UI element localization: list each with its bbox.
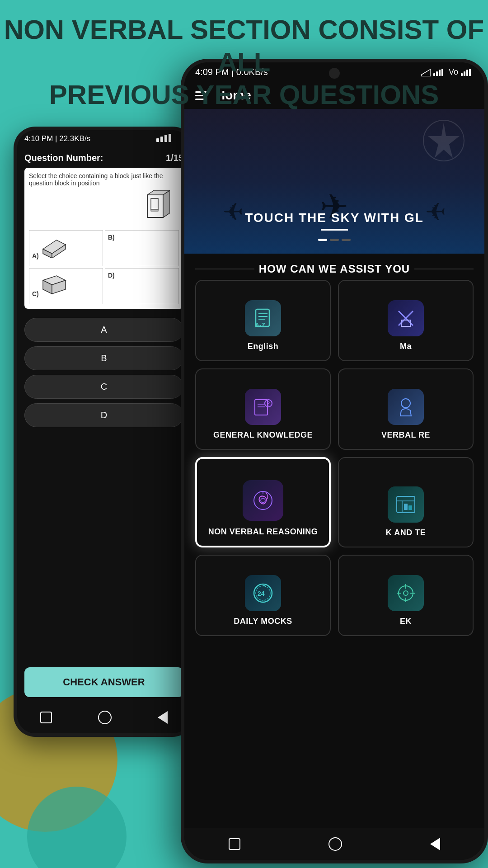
hero-text: TOUCH THE SKY WITH GL [245,211,424,225]
svg-rect-47 [408,505,412,510]
option-a-image [41,233,68,258]
phone-back: 4:10 PM | 22.3KB/s Question Number: 1/15… [14,127,194,737]
ek-label: EK [400,617,412,626]
card-gk[interactable]: ? GENERAL KNOWLEDGE [195,368,331,450]
card-and-te[interactable]: K AND TE [338,457,474,547]
btn-a[interactable]: A [24,318,183,342]
verbal-icon [388,389,424,425]
jet-1: ✈ [223,198,244,226]
svg-text:A-Z: A-Z [255,321,266,329]
svg-rect-46 [404,504,408,510]
scroll-dot-1 [318,239,327,241]
phone-front-inner: 4:09 PM | 0.0KB/s Vo [184,62,484,860]
english-icon: A-Z [245,300,281,336]
cards-row-4: 24 DAILY MOCKS EK [184,555,484,636]
svg-text:24: 24 [258,590,265,597]
assist-line-right [414,269,474,269]
verbal-label: VERBAL RE [381,430,430,440]
nav-bar-front [184,828,484,860]
status-bar-back: 4:10 PM | 22.3KB/s [17,130,191,147]
question-number-row: Question Number: 1/15 [24,153,183,163]
card-verbal[interactable]: VERBAL RE [338,368,474,450]
nav-back-front[interactable] [430,838,440,850]
card-ek[interactable]: EK [338,555,474,636]
question-text: Select the choice containing a block jus… [29,172,179,187]
option-b-cell: B) [105,230,179,266]
status-time-back: 4:10 PM | 22.3KB/s [24,134,90,143]
nav-home-btn[interactable] [98,711,112,724]
ek-icon [388,575,424,611]
card-math[interactable]: Ma [338,280,474,361]
jet-3: ✈ [425,198,446,226]
svg-marker-25 [428,123,460,158]
cards-row-2: ? GENERAL KNOWLEDGE VERBAL RE [184,368,484,450]
svg-marker-6 [163,190,170,217]
scroll-dot-2 [330,239,339,241]
nav-back-btn[interactable] [158,711,168,724]
svg-rect-1 [160,137,163,142]
check-answer-button[interactable]: CHECK ANSWER [24,667,183,697]
card-nvr[interactable]: NON VERBAL REASONING [195,457,331,547]
nav-square-btn[interactable] [40,712,52,723]
scroll-dot-3 [342,239,351,241]
cards-row-3: NON VERBAL REASONING K AND TE [184,457,484,547]
svg-rect-8 [151,209,158,211]
phone-front: 4:09 PM | 0.0KB/s Vo [181,59,488,863]
btn-b[interactable]: B [24,346,183,370]
and-te-icon [388,486,424,523]
question-block-image [29,190,179,226]
question-label: Question Number: [24,153,103,163]
option-c-cell: C) [29,268,103,304]
options-grid: A) B) C) [29,230,179,304]
assist-header: HOW CAN WE ASSIST YOU [184,254,484,280]
nav-bar-back [17,702,191,733]
svg-rect-2 [164,135,167,142]
gk-label: GENERAL KNOWLEDGE [213,430,313,440]
svg-rect-7 [151,198,158,209]
question-box: Select the choice containing a block jus… [24,168,183,309]
gk-icon: ? [245,389,281,425]
assist-line-left [195,269,254,269]
phone-back-inner: 4:10 PM | 22.3KB/s Question Number: 1/15… [17,130,191,733]
nav-square-front[interactable] [229,838,240,850]
daily-mocks-label: DAILY MOCKS [234,617,292,626]
math-label: Ma [400,342,412,351]
svg-rect-0 [156,138,159,142]
nav-home-front[interactable] [328,837,342,851]
header-section: NON VERBAL Section consist of all PREVIO… [0,14,488,111]
option-c-image [41,271,68,296]
btn-d[interactable]: D [24,403,183,427]
math-icon [388,300,424,336]
nvr-label: NON VERBAL REASONING [208,527,318,537]
cards-row-1: A-Z English Ma [184,280,484,361]
daily-mocks-icon: 24 [245,575,281,611]
nvr-icon [243,480,283,521]
status-network-back [156,134,183,144]
card-english[interactable]: A-Z English [195,280,331,361]
btn-c[interactable]: C [24,375,183,399]
hero-emblem [421,118,466,172]
english-label: English [248,342,279,351]
answer-buttons: A B C D [24,314,183,431]
header-title: NON VERBAL Section consist of all PREVIO… [0,14,488,111]
hero-scroll-indicator [318,235,351,245]
and-te-label: K AND TE [386,528,426,538]
svg-rect-3 [169,134,171,142]
option-d-cell: D) [105,268,179,304]
svg-text:?: ? [267,401,270,407]
svg-rect-34 [255,400,267,415]
quiz-content: Question Number: 1/15 Select the choice … [17,147,191,436]
hero-banner: ✈ ✈ ✈ TOUCH THE SKY WITH GL [184,109,484,254]
svg-point-52 [404,591,408,595]
svg-point-39 [401,399,410,408]
hero-divider [321,229,348,231]
assist-title: HOW CAN WE ASSIST YOU [259,263,410,275]
svg-point-41 [261,498,265,503]
question-block-svg [138,190,170,226]
card-daily-mocks[interactable]: 24 DAILY MOCKS [195,555,331,636]
option-a-cell: A) [29,230,103,266]
